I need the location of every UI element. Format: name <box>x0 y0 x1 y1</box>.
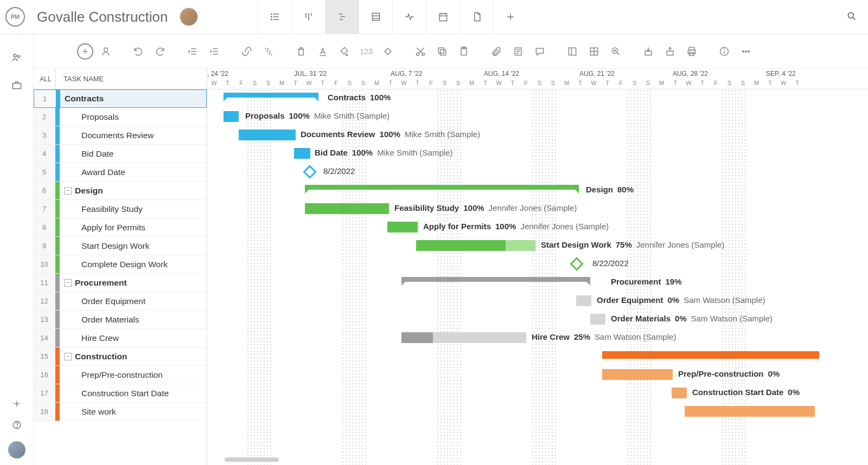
row-number[interactable]: 8 <box>34 218 55 236</box>
briefcase-icon[interactable] <box>11 80 22 92</box>
column-name-header[interactable]: TASK NAME <box>55 69 104 89</box>
row-number[interactable]: 18 <box>34 403 55 421</box>
board-view-tab[interactable] <box>291 0 325 34</box>
task-row[interactable]: 13Order Materials <box>34 311 207 329</box>
note-button[interactable] <box>509 42 527 61</box>
gantt-bar[interactable] <box>672 388 687 398</box>
paste-button[interactable] <box>455 42 473 61</box>
task-row[interactable]: 17Construction Start Date <box>34 384 207 403</box>
row-number[interactable]: 9 <box>34 237 55 255</box>
gantt-bar[interactable] <box>239 130 296 140</box>
gantt-bar[interactable] <box>387 222 418 232</box>
print-button[interactable] <box>682 42 701 61</box>
number-format-button[interactable]: 123 <box>357 42 375 61</box>
list-view-tab[interactable] <box>258 0 291 34</box>
text-color-button[interactable] <box>314 42 332 61</box>
cut-button[interactable] <box>411 42 430 61</box>
task-row[interactable]: 1Contracts <box>34 89 207 108</box>
sheet-view-tab[interactable] <box>359 0 392 34</box>
people-icon[interactable] <box>11 52 22 64</box>
grid-button[interactable] <box>585 42 603 61</box>
add-task-button[interactable] <box>77 43 93 60</box>
export-button[interactable] <box>661 42 679 61</box>
gantt-bar[interactable] <box>590 314 605 325</box>
task-row[interactable]: 7Feasibility Study <box>34 200 207 218</box>
summary-bar[interactable] <box>602 351 819 359</box>
delete-button[interactable] <box>292 42 310 61</box>
milestone-button[interactable] <box>379 42 397 61</box>
copy-button[interactable] <box>433 42 451 61</box>
task-row[interactable]: 2Proposals <box>34 108 207 126</box>
add-person-button[interactable] <box>97 42 115 61</box>
indent-button[interactable] <box>205 42 224 61</box>
task-row[interactable]: 18Site work <box>34 403 207 421</box>
attach-button[interactable] <box>487 42 506 61</box>
summary-bar[interactable] <box>401 277 590 282</box>
row-number[interactable]: 2 <box>34 108 55 126</box>
app-logo[interactable]: PM <box>5 7 25 27</box>
gantt-bar[interactable] <box>602 369 673 380</box>
activity-view-tab[interactable] <box>392 0 426 34</box>
gantt-bar[interactable] <box>294 148 310 159</box>
task-row[interactable]: 16Prep/Pre-construction <box>34 366 207 384</box>
task-row[interactable]: 6−Design <box>34 182 207 200</box>
more-button[interactable] <box>737 42 755 61</box>
gantt-h-scroll[interactable] <box>225 457 279 462</box>
calendar-view-tab[interactable] <box>426 0 459 34</box>
import-button[interactable] <box>639 42 658 61</box>
row-number[interactable]: 11 <box>34 274 55 292</box>
task-row[interactable]: 10Complete Design Work <box>34 255 207 274</box>
gantt-bar[interactable] <box>416 240 535 251</box>
columns-button[interactable] <box>563 42 582 61</box>
gantt-panel[interactable]: , 24 '22JUL, 31 '22AUG, 7 '22AUG, 14 '22… <box>207 69 868 465</box>
milestone-diamond[interactable] <box>303 165 316 178</box>
row-number[interactable]: 14 <box>34 329 55 347</box>
row-number[interactable]: 15 <box>34 347 55 365</box>
row-number[interactable]: 5 <box>34 163 55 181</box>
collapse-icon[interactable]: − <box>64 353 72 360</box>
column-all-header[interactable]: ALL <box>34 75 55 83</box>
task-row[interactable]: 15−Construction <box>34 347 207 366</box>
row-number[interactable]: 6 <box>34 182 55 199</box>
task-row[interactable]: 3Documents Review <box>34 126 207 145</box>
row-number[interactable]: 3 <box>34 126 55 144</box>
unlink-button[interactable] <box>259 42 278 61</box>
collapse-icon[interactable]: − <box>64 187 72 195</box>
user-avatar[interactable] <box>8 441 25 458</box>
info-button[interactable] <box>715 42 733 61</box>
help-icon[interactable] <box>12 420 22 431</box>
task-row[interactable]: 8Apply for Permits <box>34 218 207 237</box>
file-view-tab[interactable] <box>459 0 493 34</box>
add-view-tab[interactable] <box>493 0 527 34</box>
task-row[interactable]: 11−Procurement <box>34 274 207 292</box>
task-row[interactable]: 4Bid Date <box>34 145 207 163</box>
row-number[interactable]: 1 <box>34 90 56 107</box>
redo-button[interactable] <box>151 42 169 61</box>
collapse-icon[interactable]: − <box>64 279 72 287</box>
row-number[interactable]: 7 <box>34 200 55 218</box>
undo-button[interactable] <box>129 42 148 61</box>
zoom-button[interactable] <box>607 42 625 61</box>
link-button[interactable] <box>238 42 256 61</box>
task-row[interactable]: 5Award Date <box>34 163 207 182</box>
summary-bar[interactable] <box>224 93 318 98</box>
add-icon[interactable] <box>12 399 22 410</box>
gantt-view-tab[interactable] <box>325 0 359 34</box>
summary-bar[interactable] <box>305 185 579 190</box>
project-avatar[interactable] <box>180 8 198 26</box>
fill-button[interactable] <box>335 42 354 61</box>
search-button[interactable] <box>842 7 861 28</box>
gantt-bar[interactable] <box>576 295 591 306</box>
gantt-bar[interactable] <box>401 332 526 343</box>
row-number[interactable]: 16 <box>34 366 55 384</box>
gantt-bar[interactable] <box>685 406 815 417</box>
row-number[interactable]: 10 <box>34 255 55 273</box>
outdent-button[interactable] <box>183 42 202 61</box>
row-number[interactable]: 17 <box>34 384 55 402</box>
clock-icon[interactable] <box>11 34 22 37</box>
row-number[interactable]: 13 <box>34 311 55 328</box>
task-row[interactable]: 9Start Design Work <box>34 237 207 255</box>
row-number[interactable]: 4 <box>34 145 55 163</box>
gantt-bar[interactable] <box>224 111 239 122</box>
task-row[interactable]: 14Hire Crew <box>34 329 207 347</box>
